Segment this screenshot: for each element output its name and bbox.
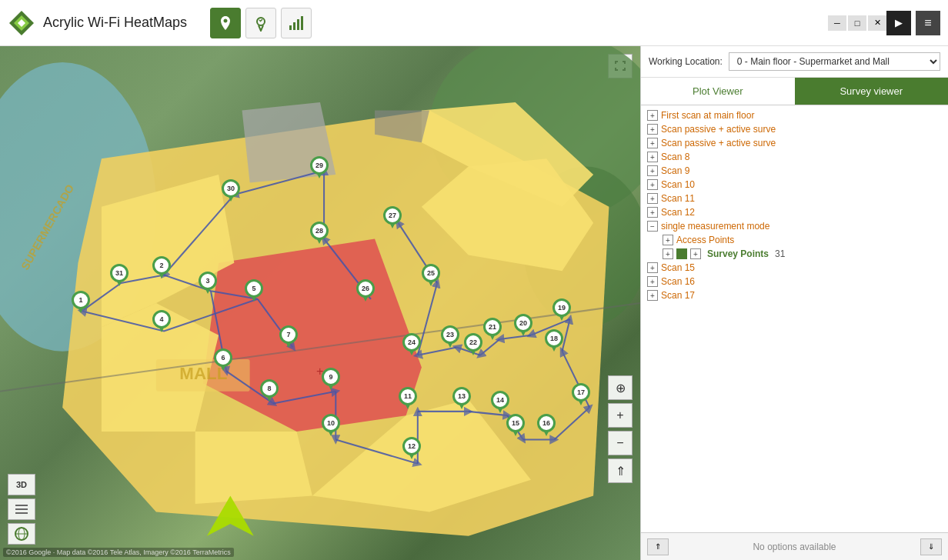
survey-point[interactable]: 3 [199, 272, 217, 290]
zoom-in-button[interactable]: + [608, 403, 633, 428]
map-attribution: ©2016 Google · Map data ©2016 Tele Atlas… [3, 548, 234, 557]
survey-point[interactable]: 31 [110, 264, 129, 282]
tree-item-label: Scan passive + active surve [661, 124, 776, 135]
locate-button[interactable]: ⊕ [608, 375, 633, 400]
svg-rect-55 [15, 512, 28, 514]
survey-point[interactable]: 23 [441, 325, 459, 344]
survey-point[interactable]: 29 [310, 156, 329, 175]
window-controls: ─ □ ✕ [828, 15, 886, 31]
view-tabs: Plot Viewer Survey viewer [641, 78, 948, 105]
survey-point[interactable]: 14 [491, 391, 509, 409]
tree-expand-icon[interactable]: + [647, 124, 658, 135]
tree-expand-icon[interactable]: + [647, 179, 658, 190]
survey-point[interactable]: 18 [545, 329, 563, 348]
working-location-select[interactable]: 0 - Main floor - Supermarket and Mall [729, 52, 940, 71]
tree-item[interactable]: +Scan 10 [641, 178, 948, 192]
tree-item[interactable]: ++Survey Points31 [641, 247, 948, 261]
3d-button[interactable]: 3D [8, 474, 35, 495]
tree-expand-icon[interactable]: + [647, 290, 658, 301]
tree-item[interactable]: +Scan 9 [641, 164, 948, 178]
tree-checkbox-icon [676, 248, 687, 259]
survey-point[interactable]: 28 [310, 222, 329, 240]
tree-item-label: Scan 8 [661, 152, 689, 162]
survey-point[interactable]: 30 [222, 179, 240, 198]
tree-panel[interactable]: +First scan at main floor+Scan passive +… [641, 105, 948, 532]
tree-expand-icon[interactable]: + [647, 262, 658, 273]
tree-expand-icon[interactable]: + [647, 193, 658, 204]
survey-point[interactable]: 9 [322, 368, 340, 386]
tree-item-label: Scan 11 [661, 193, 695, 204]
tree-item-label: Access Points [676, 235, 734, 245]
play-button[interactable]: ▶ [886, 11, 911, 35]
survey-point[interactable]: 15 [506, 414, 525, 432]
minimize-button[interactable]: ─ [828, 15, 846, 31]
tree-item[interactable]: +Scan 16 [641, 275, 948, 288]
tree-item[interactable]: +Scan 15 [641, 261, 948, 275]
tree-expand-icon[interactable]: + [647, 110, 658, 121]
survey-point[interactable]: 27 [383, 206, 402, 225]
tree-item[interactable]: +Scan 17 [641, 288, 948, 302]
survey-point[interactable]: 2 [152, 256, 171, 275]
survey-point[interactable]: 17 [572, 383, 590, 402]
survey-point[interactable]: 10 [322, 414, 340, 432]
tree-item[interactable]: +First scan at main floor [641, 108, 948, 122]
survey-point[interactable]: 5 [245, 279, 263, 298]
scroll-up-button[interactable]: ⇑ [647, 538, 669, 555]
tree-item[interactable]: −single measurement mode [641, 219, 948, 233]
survey-point[interactable]: 1 [72, 291, 90, 309]
tree-expand-icon[interactable]: + [663, 248, 673, 259]
tree-expand-icon[interactable]: + [647, 276, 658, 287]
survey-point[interactable]: 4 [152, 310, 171, 328]
layer-button[interactable] [8, 498, 35, 520]
certificate-tool-button[interactable] [245, 8, 276, 38]
location-icon [217, 15, 234, 32]
survey-point[interactable]: 12 [402, 437, 421, 455]
tree-items-container: +First scan at main floor+Scan passive +… [641, 108, 948, 302]
survey-point[interactable]: 7 [279, 325, 298, 344]
tree-item[interactable]: +Scan passive + active surve [641, 136, 948, 150]
menu-button[interactable]: ≡ [916, 11, 940, 35]
app-title: Acrylic Wi-Fi HeatMaps [43, 15, 187, 31]
tree-expand-icon[interactable]: − [647, 221, 658, 232]
survey-point[interactable]: 21 [483, 318, 502, 336]
close-button[interactable]: ✕ [868, 15, 886, 31]
signal-tool-button[interactable] [281, 8, 312, 38]
tree-item[interactable]: +Access Points [641, 233, 948, 247]
survey-point[interactable]: 26 [356, 279, 375, 298]
zoom-out-button[interactable]: − [608, 431, 633, 455]
map-area[interactable]: MALL SUPERMERCADO + 12345678910111213141… [0, 46, 640, 560]
survey-point[interactable]: 16 [537, 414, 556, 432]
survey-point[interactable]: 20 [514, 314, 532, 332]
survey-viewer-tab[interactable]: Survey viewer [795, 78, 949, 105]
plot-viewer-tab[interactable]: Plot Viewer [641, 78, 795, 105]
tree-item-label: Scan 15 [661, 262, 695, 273]
survey-point[interactable]: 13 [452, 387, 471, 405]
tree-item[interactable]: +Scan 8 [641, 150, 948, 164]
bottom-bar: ⇑ No options available ⇓ [641, 532, 948, 560]
globe-button[interactable] [8, 523, 35, 545]
tree-expand-icon-2[interactable]: + [690, 248, 701, 259]
survey-point[interactable]: 25 [422, 264, 440, 282]
survey-point[interactable]: 22 [464, 333, 482, 352]
reset-view-button[interactable]: ⇑ [608, 458, 633, 483]
maximize-button[interactable]: □ [848, 15, 866, 31]
scroll-down-button[interactable]: ⇓ [920, 538, 942, 555]
signal-icon [288, 15, 305, 32]
survey-point[interactable]: 24 [402, 333, 421, 352]
main-content: MALL SUPERMERCADO + 12345678910111213141… [0, 46, 948, 560]
tree-item[interactable]: +Scan 12 [641, 205, 948, 219]
tree-expand-icon[interactable]: + [647, 165, 658, 176]
tree-expand-icon[interactable]: + [647, 138, 658, 148]
tree-expand-icon[interactable]: + [647, 207, 658, 218]
tree-item[interactable]: +Scan 11 [641, 192, 948, 205]
tree-item[interactable]: +Scan passive + active surve [641, 122, 948, 136]
survey-point[interactable]: 19 [552, 298, 571, 317]
working-location-label: Working Location: [649, 56, 723, 67]
survey-point[interactable]: 6 [214, 348, 232, 367]
tree-expand-icon[interactable]: + [647, 152, 658, 162]
location-tool-button[interactable] [210, 8, 241, 38]
fullscreen-button[interactable] [608, 54, 633, 78]
tree-expand-icon[interactable]: + [663, 235, 673, 245]
survey-point[interactable]: 11 [399, 387, 417, 405]
survey-point[interactable]: 8 [260, 379, 279, 398]
